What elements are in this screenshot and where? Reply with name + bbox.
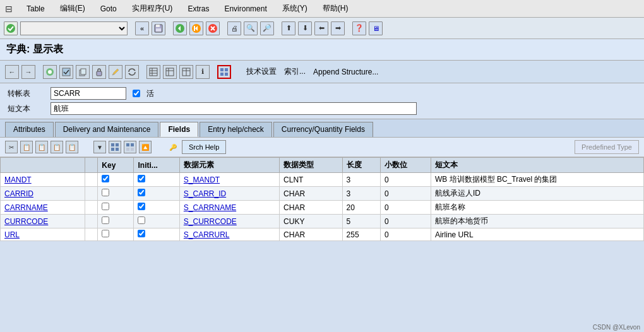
grid2-button[interactable] bbox=[124, 141, 136, 153]
right-button[interactable]: ➡ bbox=[331, 21, 345, 35]
nav-back-button[interactable]: ← bbox=[5, 65, 19, 79]
svg-point-0 bbox=[6, 24, 15, 33]
info-button[interactable]: ℹ bbox=[196, 65, 210, 79]
tab-delivery-maintenance[interactable]: Delivery and Maintenance bbox=[55, 122, 159, 137]
element-link-1[interactable]: S_MANDT bbox=[184, 175, 220, 184]
tabs-section: Attributes Delivery and Maintenance Fiel… bbox=[0, 119, 644, 138]
col-header-init[interactable]: Initi... bbox=[134, 158, 179, 173]
tab-entry-help[interactable]: Entry help/check bbox=[200, 122, 272, 137]
key-checkbox-5[interactable] bbox=[102, 230, 109, 237]
append-structure-link[interactable]: Append Structure... bbox=[311, 66, 381, 78]
col-header-select bbox=[85, 158, 98, 173]
menu-help[interactable]: 帮助(H) bbox=[320, 2, 351, 15]
first-button[interactable]: « bbox=[135, 21, 149, 35]
field-name-link-1[interactable]: MANDT bbox=[4, 175, 32, 184]
row-fieldname-3: CARRNAME bbox=[1, 201, 85, 215]
table-btn1[interactable] bbox=[146, 65, 160, 79]
element-link-5[interactable]: S_CARRURL bbox=[184, 230, 230, 239]
table-name-input[interactable] bbox=[51, 87, 126, 100]
find-button[interactable]: 🔍 bbox=[244, 21, 258, 35]
cancel-button[interactable] bbox=[206, 21, 220, 35]
field-name-link-4[interactable]: CURRCODE bbox=[4, 217, 48, 226]
key-checkbox-4[interactable] bbox=[102, 216, 109, 224]
next-button[interactable]: ⬇ bbox=[298, 21, 312, 35]
row-decimals-1: 0 bbox=[380, 173, 431, 187]
grid1-button[interactable] bbox=[109, 141, 121, 153]
search-help-button[interactable]: Srch Help bbox=[182, 140, 226, 154]
indexes-link[interactable]: 索引... bbox=[282, 65, 308, 78]
refresh-button[interactable] bbox=[125, 65, 139, 79]
col-header-desc[interactable]: 短文本 bbox=[431, 158, 643, 173]
tech-settings-link[interactable]: 技术设置 bbox=[244, 65, 279, 78]
copy4-button[interactable]: 📋 bbox=[66, 141, 78, 153]
table-btn2[interactable] bbox=[163, 65, 177, 79]
cut-button[interactable]: ✂ bbox=[5, 141, 18, 153]
menu-system[interactable]: 系统(Y) bbox=[280, 2, 310, 15]
tab-currency-quantity[interactable]: Currency/Quantity Fields bbox=[273, 122, 373, 137]
exit-button[interactable] bbox=[189, 21, 203, 35]
col-header-type[interactable]: 数据类型 bbox=[280, 158, 343, 173]
filter-button[interactable]: ▼ bbox=[93, 141, 106, 153]
col-header-key[interactable]: Key bbox=[98, 158, 134, 173]
copy1-button[interactable]: 📋 bbox=[20, 141, 33, 153]
init-checkbox-3[interactable] bbox=[138, 203, 145, 210]
init-checkbox-4[interactable] bbox=[138, 216, 145, 224]
sort-up-button[interactable]: 🔼 bbox=[139, 141, 152, 153]
nav-fwd-button[interactable]: → bbox=[21, 65, 35, 79]
element-link-2[interactable]: S_CARR_ID bbox=[184, 189, 226, 198]
row-init-3 bbox=[134, 201, 179, 215]
key-checkbox-3[interactable] bbox=[102, 203, 109, 210]
table-btn3[interactable] bbox=[179, 65, 193, 79]
back-button[interactable] bbox=[173, 21, 187, 35]
init-checkbox-1[interactable] bbox=[138, 175, 145, 182]
short-text-input[interactable] bbox=[51, 102, 417, 115]
row-key-4 bbox=[98, 215, 134, 228]
activate-button[interactable] bbox=[43, 65, 57, 79]
row-type-1: CLNT bbox=[280, 173, 343, 187]
pencil-button[interactable] bbox=[109, 65, 122, 79]
row-length-1: 3 bbox=[342, 173, 380, 187]
key-checkbox-2[interactable] bbox=[102, 189, 109, 196]
col-header-decimals[interactable]: 小数位 bbox=[380, 158, 431, 173]
left-button[interactable]: ⬅ bbox=[314, 21, 328, 35]
svg-rect-26 bbox=[166, 68, 174, 76]
find-next-button[interactable]: 🔎 bbox=[260, 21, 274, 35]
col-header-length[interactable]: 长度 bbox=[342, 158, 380, 173]
field-name-link-5[interactable]: URL bbox=[4, 230, 20, 239]
svg-rect-32 bbox=[220, 68, 224, 71]
tab-fields[interactable]: Fields bbox=[160, 122, 198, 137]
prev-button[interactable]: ⬆ bbox=[282, 21, 295, 35]
menu-edit[interactable]: 编辑(E) bbox=[57, 2, 88, 15]
init-checkbox-2[interactable] bbox=[138, 189, 145, 196]
predefined-type-button[interactable]: Predefined Type bbox=[575, 140, 639, 154]
element-link-4[interactable]: S_CURRCODE bbox=[184, 217, 237, 226]
grid-highlighted-button[interactable] bbox=[217, 65, 231, 79]
confirm-button[interactable] bbox=[4, 21, 18, 35]
help-button[interactable]: ❓ bbox=[352, 21, 366, 35]
copy-button[interactable] bbox=[76, 65, 90, 79]
field-name-link-3[interactable]: CARRNAME bbox=[4, 203, 48, 212]
check-button[interactable] bbox=[59, 65, 73, 79]
copy3-button[interactable]: 📋 bbox=[51, 141, 63, 153]
command-input[interactable] bbox=[20, 21, 128, 35]
menu-table[interactable]: Table bbox=[24, 3, 47, 15]
active-checkbox[interactable] bbox=[133, 90, 140, 97]
svg-rect-35 bbox=[225, 73, 228, 76]
menu-environment[interactable]: Environment bbox=[222, 3, 269, 15]
element-link-3[interactable]: S_CARRNAME bbox=[184, 203, 236, 212]
monitor-button[interactable]: 🖥 bbox=[369, 21, 383, 35]
key-checkbox-1[interactable] bbox=[102, 175, 109, 182]
menu-utilities[interactable]: 实用程序(U) bbox=[129, 2, 176, 15]
page-title: 字典: 显示表 bbox=[6, 44, 63, 54]
menu-goto[interactable]: Goto bbox=[98, 3, 119, 15]
copy2-button[interactable]: 📋 bbox=[35, 141, 48, 153]
col-header-element[interactable]: 数据元素 bbox=[179, 158, 279, 173]
save-button[interactable] bbox=[152, 21, 165, 35]
tab-attributes[interactable]: Attributes bbox=[5, 122, 54, 137]
row-type-2: CHAR bbox=[280, 187, 343, 201]
menu-extras[interactable]: Extras bbox=[185, 3, 212, 15]
field-name-link-2[interactable]: CARRID bbox=[4, 189, 33, 198]
print-button[interactable]: 🖨 bbox=[227, 21, 241, 35]
init-checkbox-5[interactable] bbox=[138, 230, 145, 237]
edit-lock-button[interactable] bbox=[92, 65, 106, 79]
